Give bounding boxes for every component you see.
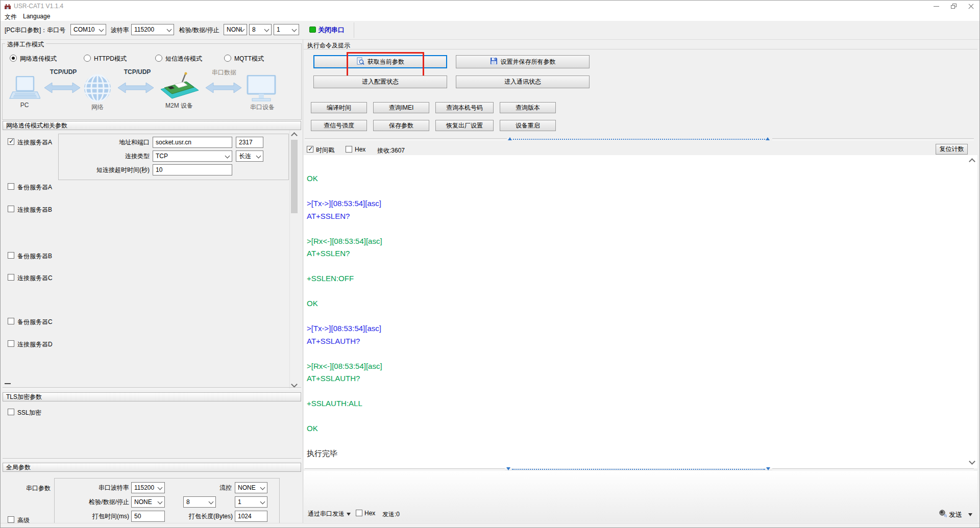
- scrollbar-thumb[interactable]: [291, 140, 298, 213]
- bottom-slider-track[interactable]: [305, 468, 505, 470]
- scroll-up-icon[interactable]: [291, 132, 298, 139]
- chevron-down-icon: [167, 27, 172, 32]
- chevron-down-icon: [260, 499, 265, 505]
- work-mode-title: 选择工作模式: [5, 40, 46, 49]
- title-bar[interactable]: USR-CAT1 V1.1.4: [1, 1, 979, 12]
- com-port-select[interactable]: COM10: [70, 24, 106, 35]
- send-via-serial-button[interactable]: 通过串口发送: [308, 510, 345, 518]
- send-via-dropdown-icon[interactable]: [347, 513, 351, 516]
- ssl-label: SSL加密: [17, 409, 41, 417]
- server-c-label: 连接服务器C: [17, 274, 53, 283]
- timestamp-label: 时间戳: [316, 146, 334, 155]
- server-address-input[interactable]: socket.usr.cn: [153, 137, 232, 148]
- conn-type-select[interactable]: TCP: [153, 150, 232, 162]
- restore-button[interactable]: [945, 1, 962, 12]
- top-slider-dotted[interactable]: [513, 139, 765, 140]
- bottom-slider-dotted[interactable]: [512, 469, 765, 470]
- g-parity-select[interactable]: NONE: [131, 496, 165, 508]
- send-hex-checkbox[interactable]: [356, 510, 362, 516]
- minimize-button[interactable]: [927, 1, 945, 12]
- menu-file[interactable]: 文件: [5, 13, 17, 21]
- server-c-checkbox[interactable]: [8, 274, 14, 281]
- stopbits-value: 1: [277, 26, 280, 33]
- log-hex-checkbox[interactable]: [346, 146, 352, 153]
- radio-net-passthrough-label: 网络透传模式: [20, 55, 57, 63]
- stopbits-select[interactable]: 1: [274, 24, 299, 35]
- slider-thumb-icon[interactable]: [506, 467, 510, 470]
- backup-b-checkbox[interactable]: [8, 252, 14, 259]
- g-parity-label: 检验/数据/停止: [62, 498, 129, 507]
- log-output-area[interactable]: OK >[Tx->][08:53:54][asc]AT+SSLEN? >[Rx<…: [304, 155, 977, 468]
- server-b-checkbox[interactable]: [8, 206, 14, 212]
- get-params-button[interactable]: 获取当前参数: [313, 55, 447, 68]
- timeout-input[interactable]: 10: [153, 164, 232, 175]
- timestamp-checkbox[interactable]: [307, 146, 313, 153]
- link-tcpudp-2-label: TCP/UDP: [119, 68, 156, 76]
- send-button[interactable]: 发送: [949, 510, 962, 519]
- query-signal-button[interactable]: 查信号强度: [311, 120, 367, 131]
- flow-select[interactable]: NONE: [235, 482, 267, 493]
- parity-label: 检验/数据/停止: [179, 26, 219, 35]
- top-slider-track[interactable]: [772, 138, 974, 140]
- baud-value: 115200: [134, 26, 154, 33]
- slider-thumb-icon[interactable]: [766, 467, 770, 470]
- g-databits-select[interactable]: 8: [183, 496, 216, 508]
- server-a-checkbox[interactable]: [8, 138, 14, 145]
- query-version-button[interactable]: 查询版本: [500, 102, 556, 113]
- menu-language[interactable]: Language: [23, 13, 50, 20]
- conn-mode-select[interactable]: 长连: [236, 150, 263, 162]
- panel-divider: [303, 39, 303, 528]
- baud-select[interactable]: 115200: [131, 24, 174, 35]
- conn-type-label: 连接类型: [62, 152, 150, 161]
- g-baud-select[interactable]: 115200: [131, 482, 165, 493]
- close-button[interactable]: [962, 1, 979, 12]
- slider-thumb-icon[interactable]: [766, 137, 770, 140]
- factory-reset-button[interactable]: 恢复出厂设置: [435, 120, 494, 131]
- pack-time-label: 打包时间(ms): [72, 512, 129, 521]
- device-restart-button[interactable]: 设备重启: [500, 120, 556, 131]
- radio-sms-passthrough[interactable]: [155, 55, 162, 62]
- enter-config-button[interactable]: 进入配置状态: [313, 76, 447, 88]
- g-stopbits-select[interactable]: 1: [235, 496, 267, 508]
- speaker-icon: [939, 509, 947, 519]
- menu-bar: 文件 Language: [1, 12, 979, 21]
- top-slider-track[interactable]: [305, 138, 507, 140]
- log-scroll-up-icon[interactable]: [969, 158, 975, 165]
- send-input-area[interactable]: [304, 471, 977, 522]
- radio-mqtt-label: MQTT模式: [234, 55, 264, 63]
- slider-thumb-icon[interactable]: [508, 137, 512, 140]
- query-imei-button[interactable]: 查询IMEI: [373, 102, 429, 113]
- send-dropdown-icon[interactable]: [968, 513, 972, 516]
- serial-group-label: 串口参数: [26, 484, 51, 493]
- net-params-scrollbar[interactable]: [289, 130, 299, 389]
- chevron-down-icon: [260, 485, 265, 490]
- save-params-button[interactable]: 保存参数: [373, 120, 429, 131]
- enter-comm-button[interactable]: 进入通讯状态: [456, 76, 590, 88]
- set-save-params-button[interactable]: 设置并保存所有参数: [456, 55, 590, 68]
- query-number-button[interactable]: 查询本机号码: [435, 102, 494, 113]
- pack-len-input[interactable]: 1024: [235, 511, 267, 522]
- databits-select[interactable]: 8: [249, 24, 272, 35]
- link-serial-data-label: 串口数据: [206, 68, 242, 77]
- backup-c-label: 备份服务器C: [17, 318, 53, 326]
- close-serial-button[interactable]: 关闭串口: [318, 26, 345, 35]
- parity-select[interactable]: NONI: [224, 24, 247, 35]
- radio-httpd[interactable]: [84, 55, 91, 62]
- server-port-input[interactable]: 2317: [236, 137, 263, 148]
- ssl-checkbox[interactable]: [8, 409, 14, 415]
- bottom-slider-track[interactable]: [772, 468, 974, 470]
- pack-time-input[interactable]: 50: [131, 511, 165, 522]
- radio-mqtt[interactable]: [224, 55, 231, 62]
- backup-c-checkbox[interactable]: [8, 318, 14, 324]
- set-save-params-label: 设置并保存所有参数: [501, 58, 556, 66]
- backup-b-label: 备份服务器B: [17, 252, 52, 261]
- scroll-down-icon[interactable]: [291, 381, 298, 388]
- advanced-checkbox[interactable]: [8, 516, 14, 523]
- g-baud-label: 串口波特率: [72, 484, 129, 492]
- server-d-checkbox[interactable]: [8, 340, 14, 347]
- radio-net-passthrough[interactable]: [10, 55, 17, 62]
- compile-time-button[interactable]: 编译时间: [311, 102, 367, 113]
- log-scroll-down-icon[interactable]: [969, 458, 975, 465]
- backup-a-checkbox[interactable]: [8, 183, 14, 190]
- reset-count-button[interactable]: 复位计数: [936, 144, 968, 155]
